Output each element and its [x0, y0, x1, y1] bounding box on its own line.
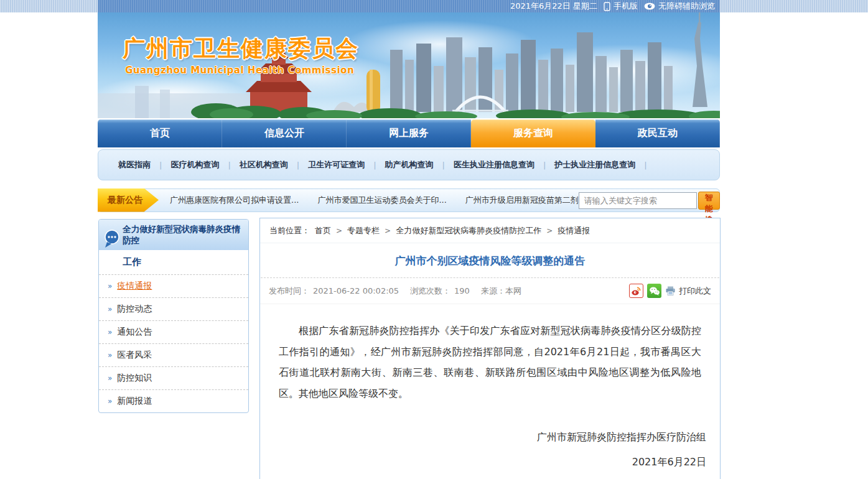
- article-title: 广州市个别区域疫情风险等级调整的通告: [260, 243, 720, 277]
- site-logo-title: 广州市卫生健康委员会: [123, 34, 359, 64]
- publish-time-value: 2021-06-22 00:02:05: [313, 286, 399, 295]
- sidebar-item-label: 防控知识: [117, 373, 152, 384]
- signature-organization: 广州市新冠肺炎防控指挥办医疗防治组: [260, 425, 706, 450]
- phone-icon: [604, 2, 610, 11]
- sidebar-item-label: 疫情通报: [117, 281, 152, 292]
- subnav-item-nurse-registration-query[interactable]: 护士执业注册信息查询: [546, 159, 644, 170]
- subnav-item-license-query[interactable]: 卫生许可证查询: [299, 159, 373, 170]
- chevron-right-icon: »: [108, 351, 112, 359]
- printer-icon: [665, 286, 676, 295]
- smart-search-button[interactable]: 智能搜索: [698, 192, 720, 210]
- breadcrumb-separator: >: [546, 226, 553, 235]
- subnav-item-guide[interactable]: 就医指南: [110, 159, 159, 170]
- nav-tab-home[interactable]: 首页: [98, 119, 222, 147]
- print-label: 打印此文: [679, 286, 711, 297]
- sidebar-item-label: 医者风采: [117, 350, 152, 361]
- article-meta-bar: 发布时间： 2021-06-22 00:02:05 浏览次数： 190 来源： …: [260, 278, 720, 304]
- topbar-content: 2021年6月22日 星期二 手机版 无障碍辅助浏览: [98, 0, 720, 12]
- chevron-right-icon: »: [108, 282, 112, 290]
- search-input[interactable]: [579, 192, 697, 209]
- subnav-item-medical-org-query[interactable]: 医疗机构查询: [162, 159, 228, 170]
- wechat-share-button[interactable]: [647, 284, 661, 298]
- breadcrumb-label: 当前位置：: [269, 225, 310, 236]
- breadcrumb-separator: >: [385, 226, 391, 235]
- weibo-icon: [631, 286, 642, 296]
- topbar-left-filler: [0, 0, 98, 12]
- sidebar-item-epidemic-bulletin[interactable]: » 疫情通报: [99, 274, 248, 297]
- topic-sidebar: 全力做好新型冠状病毒肺炎疫情防控 工作 » 疫情通报 » 防控动态 » 通知公告…: [98, 219, 249, 413]
- subnav-item-doctor-registration-query[interactable]: 医生执业注册信息查询: [445, 159, 543, 170]
- sidebar-item-label: 通知公告: [117, 327, 152, 338]
- announcement-links: 广州惠康医院有限公司拟申请设置... 广州市爱国卫生运动委员会关于印... 广州…: [170, 195, 579, 206]
- sub-navigation: 就医指南 | 医疗机构查询 | 社区机构查询 | 卫生许可证查询 | 助产机构查…: [98, 149, 720, 180]
- signature-date: 2021年6月22日: [260, 450, 706, 475]
- sidebar-title-line2: 工作: [99, 250, 248, 274]
- chevron-right-icon: »: [108, 305, 112, 313]
- weibo-share-button[interactable]: [629, 284, 643, 298]
- top-utility-bar: 2021年6月22日 星期二 手机版 无障碍辅助浏览: [0, 0, 868, 12]
- publish-time-label: 发布时间：: [269, 286, 309, 297]
- chevron-right-icon: »: [108, 328, 112, 336]
- article-signature: 广州市新冠肺炎防控指挥办医疗防治组 2021年6月22日: [260, 425, 720, 475]
- print-article-button[interactable]: 打印此文: [665, 286, 711, 297]
- site-banner: 广州市卫生健康委员会 Guangzhou Municipal Health Co…: [98, 12, 720, 118]
- accessibility-label: 无障碍辅助浏览: [658, 1, 715, 12]
- breadcrumb: 当前位置： 首页 > 专题专栏 > 全力做好新型冠状病毒肺炎疫情防控工作 > 疫…: [260, 218, 720, 243]
- subnav-item-midwifery-query[interactable]: 助产机构查询: [376, 159, 442, 170]
- sidebar-item-label: 防控动态: [117, 304, 152, 315]
- sidebar-title-line1: 全力做好新型冠状病毒肺炎疫情防控: [99, 220, 248, 250]
- article-body: 根据广东省新冠肺炎防控指挥办《关于印发广东省应对新型冠状病毒肺炎疫情分区分级防控…: [260, 304, 720, 404]
- announcement-bar: 最新公告 广州惠康医院有限公司拟申请设置... 广州市爱国卫生运动委员会关于印.…: [98, 188, 720, 212]
- divider: |: [644, 160, 646, 170]
- announcement-link[interactable]: 广州惠康医院有限公司拟申请设置...: [170, 195, 299, 206]
- sidebar-item-medical-stories[interactable]: » 医者风采: [99, 343, 248, 366]
- site-logo-subtitle: Guangzhou Municipal Health Commission: [125, 65, 354, 76]
- views-value: 190: [454, 286, 470, 295]
- topbar-right-filler: [720, 0, 868, 12]
- page: { "topbar": { "date": "2021年6月22日 星期二", …: [0, 0, 868, 479]
- source-label: 来源：: [481, 286, 505, 297]
- source-value: 本网: [505, 286, 521, 297]
- announcement-link[interactable]: 广州市爱国卫生运动委员会关于印...: [317, 195, 446, 206]
- search-area: 智能搜索: [579, 192, 720, 210]
- chevron-right-icon: »: [108, 398, 112, 405]
- nav-tab-information[interactable]: 信息公开: [222, 119, 347, 147]
- sidebar-item-control-updates[interactable]: » 防控动态: [99, 297, 248, 320]
- breadcrumb-epidemic-bulletin[interactable]: 疫情通报: [558, 225, 590, 236]
- sidebar-item-notices[interactable]: » 通知公告: [99, 320, 248, 343]
- eye-icon: [644, 2, 655, 10]
- sidebar-item-prevention-knowledge[interactable]: » 防控知识: [99, 366, 248, 389]
- article-panel: 当前位置： 首页 > 专题专栏 > 全力做好新型冠状病毒肺炎疫情防控工作 > 疫…: [259, 218, 721, 479]
- share-tools: 打印此文: [629, 284, 711, 298]
- nav-tab-online-services[interactable]: 网上服务: [347, 119, 471, 147]
- breadcrumb-home[interactable]: 首页: [315, 225, 331, 236]
- sidebar-item-label: 新闻报道: [117, 396, 152, 407]
- nav-tab-service-query[interactable]: 服务查询: [471, 119, 595, 147]
- mobile-version-link[interactable]: 手机版: [604, 1, 638, 12]
- breadcrumb-special-topics[interactable]: 专题专栏: [347, 225, 380, 236]
- subnav-item-community-org-query[interactable]: 社区机构查询: [231, 159, 297, 170]
- main-navigation: 首页 信息公开 网上服务 服务查询 政民互动: [98, 119, 720, 147]
- wechat-icon: [649, 286, 660, 296]
- announcement-link[interactable]: 广州市升级启用新冠疫苗第二剂: [465, 195, 579, 206]
- speech-bubble-icon: [103, 230, 121, 248]
- sidebar-menu: » 疫情通报 » 防控动态 » 通知公告 » 医者风采 » 防控知识 » 新闻报…: [99, 274, 248, 412]
- nav-tab-interaction[interactable]: 政民互动: [595, 119, 720, 147]
- sidebar-item-news-reports[interactable]: » 新闻报道: [99, 389, 248, 412]
- accessibility-link[interactable]: 无障碍辅助浏览: [644, 1, 715, 12]
- mobile-version-label: 手机版: [614, 1, 638, 12]
- breadcrumb-covid-topic[interactable]: 全力做好新型冠状病毒肺炎疫情防控工作: [396, 225, 541, 236]
- current-date: 2021年6月22日 星期二: [510, 1, 597, 12]
- latest-announcements-badge: 最新公告: [98, 188, 159, 212]
- breadcrumb-separator: >: [336, 226, 342, 235]
- chevron-right-icon: »: [108, 374, 112, 382]
- sidebar-header: 全力做好新型冠状病毒肺炎疫情防控 工作: [99, 220, 248, 274]
- views-label: 浏览次数：: [410, 286, 450, 297]
